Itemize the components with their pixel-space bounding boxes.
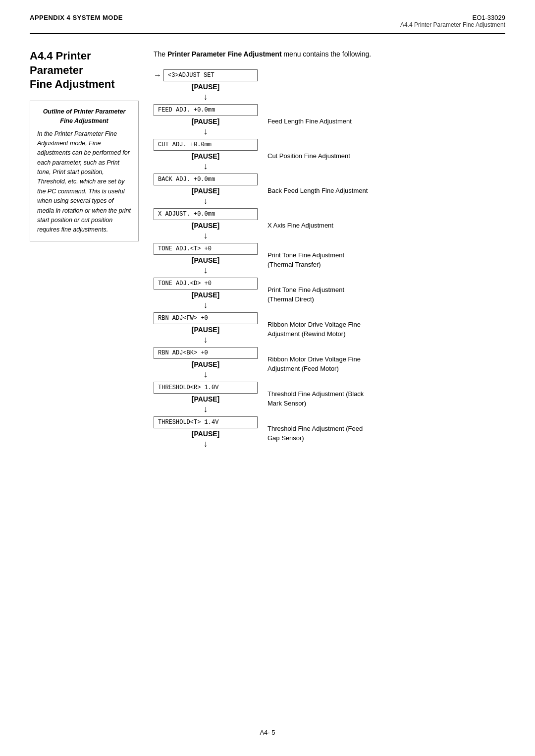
flow-label-text: Threshold Fine Adjustment (Black bbox=[268, 390, 364, 398]
flow-table: →<3>ADJUST SET[PAUSE]↓FEED ADJ. +0.0mm[P… bbox=[154, 69, 505, 451]
flow-label-text: Print Tone Fine Adjustment bbox=[268, 286, 344, 293]
header-doc-num: EO1-33029 bbox=[400, 14, 505, 21]
flow-row: X ADJUST. +0.0mm[PAUSE]↓X Axis Fine Adju… bbox=[154, 208, 505, 243]
flow-diagram-cell: CUT ADJ. +0.0mm[PAUSE]↓ bbox=[154, 139, 258, 174]
pause-label: [PAUSE] bbox=[154, 222, 258, 230]
down-arrow: ↓ bbox=[154, 92, 258, 101]
page-number: A4- 5 bbox=[260, 729, 275, 736]
section-title: A4.4 Printer Parameter Fine Adjustment bbox=[30, 49, 139, 92]
menu-box: THRESHOLD<T> 1.4V bbox=[154, 416, 258, 428]
flow-diagram-cell: BACK ADJ. +0.0mm[PAUSE]↓ bbox=[154, 174, 258, 208]
pause-label: [PAUSE] bbox=[154, 117, 258, 125]
flow-label-cell bbox=[258, 69, 505, 104]
content-area: A4.4 Printer Parameter Fine Adjustment O… bbox=[0, 44, 535, 471]
page-footer: A4- 5 bbox=[0, 729, 535, 736]
flow-row: CUT ADJ. +0.0mm[PAUSE]↓Cut Position Fine… bbox=[154, 139, 505, 174]
pause-label: [PAUSE] bbox=[154, 430, 258, 438]
down-arrow: ↓ bbox=[154, 231, 258, 240]
flow-label-cell: Ribbon Motor Drive Voltage FineAdjustmen… bbox=[258, 347, 505, 382]
flow-diagram-cell: FEED ADJ. +0.0mm[PAUSE]↓ bbox=[154, 104, 258, 139]
flow-diagram-cell: RBN ADJ<BK> +0[PAUSE]↓ bbox=[154, 347, 258, 382]
flow-label-cell: Cut Position Fine Adjustment bbox=[258, 139, 505, 174]
pause-label: [PAUSE] bbox=[154, 395, 258, 403]
flow-row: BACK ADJ. +0.0mm[PAUSE]↓Back Feed Length… bbox=[154, 174, 505, 208]
down-arrow: ↓ bbox=[154, 405, 258, 413]
menu-box: THRESHOLD<R> 1.0V bbox=[154, 382, 258, 394]
flow-label-text: Mark Sensor) bbox=[268, 400, 306, 407]
flow-row: FEED ADJ. +0.0mm[PAUSE]↓Feed Length Fine… bbox=[154, 104, 505, 139]
pause-label: [PAUSE] bbox=[154, 256, 258, 264]
flow-label-text: X Axis Fine Adjustment bbox=[268, 222, 333, 229]
flow-label-cell: Print Tone Fine Adjustment(Thermal Direc… bbox=[258, 278, 505, 312]
flow-row: →<3>ADJUST SET[PAUSE]↓ bbox=[154, 69, 505, 104]
flow-diagram: →<3>ADJUST SET[PAUSE]↓FEED ADJ. +0.0mm[P… bbox=[154, 69, 505, 451]
down-arrow: ↓ bbox=[154, 439, 258, 448]
down-arrow: ↓ bbox=[154, 127, 258, 136]
flow-row: RBN ADJ<FW> +0[PAUSE]↓Ribbon Motor Drive… bbox=[154, 312, 505, 347]
pause-label: [PAUSE] bbox=[154, 291, 258, 299]
menu-box: FEED ADJ. +0.0mm bbox=[154, 104, 258, 116]
outline-box-title: Outline of Printer Parameter Fine Adjust… bbox=[37, 107, 131, 126]
pause-label: [PAUSE] bbox=[154, 187, 258, 195]
outline-box-body: In the Printer Parameter Fine Adjustment… bbox=[37, 129, 131, 235]
flow-label-text: Ribbon Motor Drive Voltage Fine bbox=[268, 321, 361, 328]
outline-box: Outline of Printer Parameter Fine Adjust… bbox=[30, 101, 139, 241]
menu-box: RBN ADJ<BK> +0 bbox=[154, 347, 258, 359]
flow-label-text: (Thermal Transfer) bbox=[268, 261, 321, 268]
right-column: The Printer Parameter Fine Adjustment me… bbox=[154, 49, 505, 451]
menu-box: CUT ADJ. +0.0mm bbox=[154, 139, 258, 151]
down-arrow: ↓ bbox=[154, 266, 258, 275]
flow-diagram-cell: THRESHOLD<R> 1.0V[PAUSE]↓ bbox=[154, 382, 258, 416]
down-arrow: ↓ bbox=[154, 300, 258, 309]
flow-label-text: Print Tone Fine Adjustment bbox=[268, 251, 344, 259]
flow-row: TONE ADJ.<T> +0[PAUSE]↓Print Tone Fine A… bbox=[154, 243, 505, 278]
flow-label-text: Ribbon Motor Drive Voltage Fine bbox=[268, 355, 361, 363]
flow-label-text: Adjustment (Rewind Motor) bbox=[268, 330, 346, 338]
menu-box: TONE ADJ.<D> +0 bbox=[154, 278, 258, 290]
flow-diagram-cell: THRESHOLD<T> 1.4V[PAUSE]↓ bbox=[154, 416, 258, 451]
pause-label: [PAUSE] bbox=[154, 360, 258, 368]
header-subtitle: A4.4 Printer Parameter Fine Adjustment bbox=[400, 21, 505, 28]
menu-box: BACK ADJ. +0.0mm bbox=[154, 174, 258, 185]
left-column: A4.4 Printer Parameter Fine Adjustment O… bbox=[30, 49, 139, 451]
menu-box: X ADJUST. +0.0mm bbox=[154, 208, 258, 220]
flow-label-text: Cut Position Fine Adjustment bbox=[268, 152, 350, 160]
down-arrow: ↓ bbox=[154, 370, 258, 379]
flow-label-cell: Ribbon Motor Drive Voltage FineAdjustmen… bbox=[258, 312, 505, 347]
flow-row: RBN ADJ<BK> +0[PAUSE]↓Ribbon Motor Drive… bbox=[154, 347, 505, 382]
flow-label-cell: Back Feed Length Fine Adjustment bbox=[258, 174, 505, 208]
down-arrow: ↓ bbox=[154, 335, 258, 344]
flow-diagram-cell: TONE ADJ.<T> +0[PAUSE]↓ bbox=[154, 243, 258, 278]
entry-arrow: → bbox=[154, 71, 161, 80]
pause-label: [PAUSE] bbox=[154, 83, 258, 91]
flow-diagram-cell: TONE ADJ.<D> +0[PAUSE]↓ bbox=[154, 278, 258, 312]
header-right: EO1-33029 A4.4 Printer Parameter Fine Ad… bbox=[400, 14, 505, 28]
flow-label-cell: Print Tone Fine Adjustment(Thermal Trans… bbox=[258, 243, 505, 278]
flow-label-cell: X Axis Fine Adjustment bbox=[258, 208, 505, 243]
flow-label-text: Feed Length Fine Adjustment bbox=[268, 117, 352, 125]
down-arrow: ↓ bbox=[154, 162, 258, 171]
flow-row: THRESHOLD<R> 1.0V[PAUSE]↓Threshold Fine … bbox=[154, 382, 505, 416]
flow-diagram-cell: X ADJUST. +0.0mm[PAUSE]↓ bbox=[154, 208, 258, 243]
header-appendix-title: APPENDIX 4 SYSTEM MODE bbox=[30, 14, 123, 21]
flow-label-text: (Thermal Direct) bbox=[268, 295, 314, 303]
page-header: APPENDIX 4 SYSTEM MODE EO1-33029 A4.4 Pr… bbox=[0, 0, 535, 33]
flow-label-text: Gap Sensor) bbox=[268, 434, 304, 442]
flow-label-text: Back Feed Length Fine Adjustment bbox=[268, 187, 368, 194]
flow-diagram-cell: →<3>ADJUST SET[PAUSE]↓ bbox=[154, 69, 258, 104]
menu-box: RBN ADJ<FW> +0 bbox=[154, 312, 258, 324]
flow-label-cell: Feed Length Fine Adjustment bbox=[258, 104, 505, 139]
header-rule bbox=[30, 33, 505, 34]
menu-box: TONE ADJ.<T> +0 bbox=[154, 243, 258, 255]
intro-text: The Printer Parameter Fine Adjustment me… bbox=[154, 49, 505, 59]
pause-label: [PAUSE] bbox=[154, 152, 258, 160]
flow-label-cell: Threshold Fine Adjustment (BlackMark Sen… bbox=[258, 382, 505, 416]
flow-diagram-cell: RBN ADJ<FW> +0[PAUSE]↓ bbox=[154, 312, 258, 347]
menu-box: <3>ADJUST SET bbox=[163, 69, 258, 81]
flow-row: TONE ADJ.<D> +0[PAUSE]↓Print Tone Fine A… bbox=[154, 278, 505, 312]
down-arrow: ↓ bbox=[154, 196, 258, 205]
flow-row: THRESHOLD<T> 1.4V[PAUSE]↓Threshold Fine … bbox=[154, 416, 505, 451]
flow-label-text: Threshold Fine Adjustment (Feed bbox=[268, 425, 363, 432]
pause-label: [PAUSE] bbox=[154, 326, 258, 334]
flow-label-cell: Threshold Fine Adjustment (FeedGap Senso… bbox=[258, 416, 505, 451]
